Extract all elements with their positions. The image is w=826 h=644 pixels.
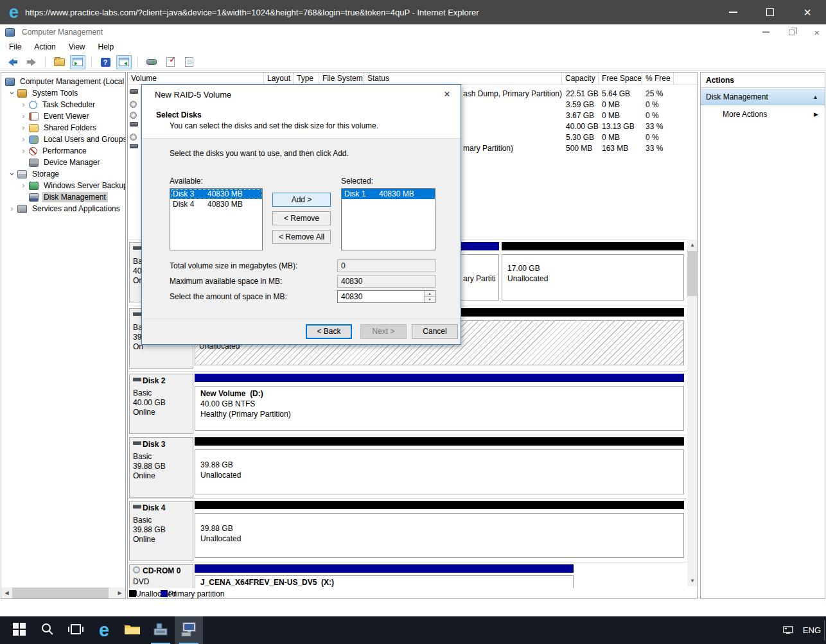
taskbar-file-explorer-button[interactable] [118,616,146,644]
scrollbar-thumb[interactable] [687,251,698,296]
amount-value: 40830 [341,292,362,301]
tree-item-local-users-and-groups[interactable]: ›Local Users and Groups [1,134,125,145]
remove-button[interactable]: < Remove [272,211,331,225]
disk-view-scrollbar[interactable]: ▲ ▼ [687,239,698,586]
partition-of-disk-2[interactable]: New Volume (D:)40.00 GB NTFSHealthy (Pri… [195,386,684,431]
chevron-right-icon[interactable]: › [18,112,29,121]
chevron-down-icon[interactable]: › [8,88,17,99]
chevron-right-icon[interactable]: › [18,135,29,144]
collapse-icon[interactable]: ▲ [813,89,818,105]
taskbar-server-manager-button[interactable] [146,616,175,644]
tree-horizontal-scrollbar[interactable]: ◀ ▶ [1,587,125,598]
show-desktop-button[interactable] [824,620,825,640]
tree-item-device-manager[interactable]: ›Device Manager [1,157,125,168]
column-header-type[interactable]: Type [294,73,319,85]
disk-label-disk-2[interactable]: Disk 2Basic40.00 GBOnline [129,374,193,434]
tree-item-computer-management-local[interactable]: Computer Management (Local [1,76,125,87]
taskbar-task-view-button[interactable] [62,616,90,644]
tree-item-system-tools[interactable]: ›System Tools [1,87,125,99]
tree-item-label: Task Scheduler [40,100,97,110]
disk-label-disk-4[interactable]: Disk 4Basic39.88 GBOnline [129,501,193,561]
check-document-button[interactable]: ✓ [163,55,178,69]
remote-control-button[interactable] [144,55,159,69]
taskbar-computer-management-button[interactable] [175,616,203,644]
tree-item-task-scheduler[interactable]: ›Task Scheduler [1,99,125,110]
app-restore-button[interactable] [789,30,795,35]
chevron-right-icon[interactable]: › [18,146,29,155]
amount-spinner-field[interactable]: 40830 ▲ ▼ [337,290,435,303]
input-indicator-icon[interactable] [783,626,794,634]
app-close-button[interactable]: × [814,28,820,37]
actions-group-disk-management[interactable]: Disk Management ▲ [701,89,825,105]
listbox-item-disk-3[interactable]: Disk 340830 MB [170,189,262,199]
selected-disks-listbox[interactable]: Disk 140830 MB [341,188,435,250]
back-button[interactable]: < Back [306,324,352,339]
column-header-layout[interactable]: Layout [264,73,294,85]
scroll-right-icon[interactable]: ▶ [114,587,125,598]
tree-item-event-viewer[interactable]: ›Event Viewer [1,110,125,122]
spin-up-icon[interactable]: ▲ [424,291,435,297]
action-pane-toggle-button[interactable] [116,55,132,69]
menu-item-file[interactable]: File [3,41,28,53]
more-actions-item[interactable]: More Actions ▶ [701,107,825,122]
app-minimize-button[interactable] [762,31,769,33]
scrollbar-thumb[interactable] [12,587,109,598]
remove-all-button[interactable]: < Remove All [272,230,331,244]
tree-item-label: Shared Folders [42,123,98,133]
ie-minimize-button[interactable] [714,0,751,24]
help-button[interactable]: ? [98,55,113,69]
taskbar-search-button[interactable] [33,616,62,644]
listbox-item-disk-1[interactable]: Disk 140830 MB [342,189,435,199]
next-button[interactable]: Next > [360,324,407,339]
listbox-item-disk-4[interactable]: Disk 440830 MB [170,199,262,209]
taskbar-start-button[interactable] [5,616,33,644]
dialog-instruction: Select the disks you want to use, and th… [170,149,349,158]
chevron-right-icon[interactable]: › [18,100,29,109]
column-header-status[interactable]: Status [364,73,562,85]
scroll-down-icon[interactable]: ▼ [687,575,698,586]
scroll-left-icon[interactable]: ◀ [1,587,12,598]
spin-down-icon[interactable]: ▼ [424,297,435,302]
console-tree-toggle-button[interactable] [70,55,85,69]
services-icon [17,205,27,213]
cancel-button[interactable]: Cancel [412,324,458,339]
chevron-right-icon[interactable]: › [18,123,29,132]
tree-item-performance[interactable]: ›Performance [1,145,125,157]
back-button[interactable] [5,55,21,69]
list-document-icon [185,57,193,67]
export-folder-button[interactable] [51,55,67,69]
scroll-up-icon[interactable]: ▲ [687,239,698,250]
chevron-down-icon[interactable]: › [8,169,17,180]
column-header-free[interactable]: % Free [642,73,674,85]
add-button[interactable]: Add > [272,193,331,207]
tree-item-storage[interactable]: ›Storage [1,168,125,180]
forward-button[interactable] [24,55,39,69]
chevron-right-icon[interactable]: › [6,204,17,213]
column-header-free-space[interactable]: Free Space [599,73,642,85]
menu-item-action[interactable]: Action [28,41,62,53]
tree-item-disk-management[interactable]: ›Disk Management [1,191,125,203]
language-indicator[interactable]: ENG [803,625,821,635]
partition-of-disk-4[interactable]: 39.88 GBUnallocated [195,513,684,558]
tree-item-shared-folders[interactable]: ›Shared Folders [1,122,125,134]
partition-legend: UnallocatedPrimary partition [128,588,697,599]
list-document-button[interactable] [181,55,197,69]
available-disks-listbox[interactable]: Disk 340830 MBDisk 440830 MB [170,188,263,250]
ie-close-button[interactable]: × [789,0,826,24]
disk-label-disk-3[interactable]: Disk 3Basic39.88 GBOnline [129,437,193,498]
dialog-close-button[interactable]: × [440,87,454,101]
chevron-right-icon[interactable]: › [18,181,29,190]
column-header-capacity[interactable]: Capacity [562,73,599,85]
menu-item-view[interactable]: View [62,41,92,53]
tree-item-services-and-applications[interactable]: ›Services and Applications [1,203,125,214]
column-header-file-system[interactable]: File System [319,73,364,85]
tree-item-windows-server-backup[interactable]: ›Windows Server Backup [1,180,125,191]
spinner-buttons[interactable]: ▲ ▼ [424,291,435,302]
volume-capacity: 40.00 GB [566,122,599,131]
ie-maximize-button[interactable] [751,0,789,24]
partition-of-disk-3[interactable]: 39.88 GBUnallocated [195,449,684,494]
column-header-volume[interactable]: Volume [128,73,264,85]
menu-item-help[interactable]: Help [92,41,121,53]
disk0-unallocated-region[interactable]: 17.00 GBUnallocated [502,254,684,300]
taskbar-internet-explorer-button[interactable]: e [90,616,118,644]
